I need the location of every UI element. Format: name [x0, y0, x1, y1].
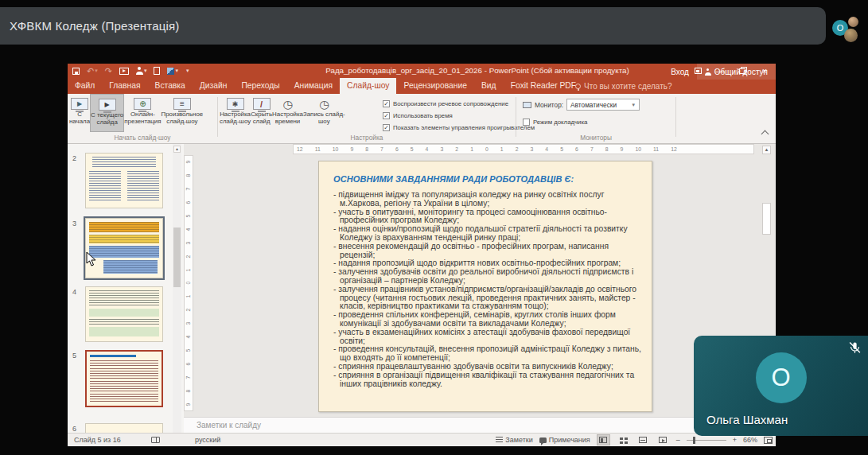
vertical-ruler: 9876543210123456789: [184, 155, 193, 411]
slide-thumbnail-pane: 2 3 4 5 6: [68, 144, 184, 433]
scrollbar-thumb[interactable]: [762, 203, 771, 235]
ruler-tick-label: 5: [186, 214, 192, 217]
thumbnail-scrollbar[interactable]: ▲: [173, 144, 181, 433]
collapse-ribbon-button[interactable]: [761, 130, 769, 138]
ribbon-tab[interactable]: Дизайн: [193, 78, 235, 94]
monitor-select[interactable]: Автоматически ▼: [566, 99, 640, 111]
slide-bullet: - залучення здобувачів освіти до реально…: [333, 268, 641, 286]
scroll-up-icon[interactable]: ▲: [173, 146, 181, 153]
slide-bullet: - участь в опитуванні, моніторингу та пр…: [333, 208, 641, 226]
participant-name: Ольга Шахман: [706, 413, 788, 426]
share-button[interactable]: Общий доступ: [697, 64, 776, 80]
slide-bullet: - надання оцінки/пропозицій щодо подальш…: [333, 225, 641, 243]
zoom-slider[interactable]: [687, 440, 726, 441]
slideshow-view-button[interactable]: [656, 434, 670, 445]
customize-qat-button[interactable]: ▾: [185, 66, 189, 76]
ruler-tick-label: 4: [545, 146, 548, 152]
slide-thumbnail-2[interactable]: [85, 153, 163, 208]
slide-sorter-button[interactable]: [617, 434, 630, 445]
ruler-tick-label: 2: [455, 146, 458, 152]
participant-video-tile[interactable]: O Ольга Шахман: [694, 336, 868, 436]
clock-icon: [279, 98, 297, 110]
sign-in-button[interactable]: Вход: [663, 68, 697, 76]
from-start-button[interactable]: С начала: [69, 94, 90, 132]
ribbon-tab[interactable]: Рецензирование: [396, 78, 474, 94]
ribbon-tab[interactable]: Переходы: [234, 78, 286, 94]
slide-number: 2: [72, 154, 76, 162]
zoom-level[interactable]: 66%: [743, 436, 757, 444]
presenter-button[interactable]: ▾: [136, 66, 147, 76]
zoom-out-button[interactable]: –: [676, 436, 680, 444]
fit-to-window-button[interactable]: [764, 437, 773, 444]
from-current-slide-button[interactable]: С текущего слайда: [90, 94, 124, 132]
tell-me-label: Что вы хотите сделать?: [584, 82, 672, 91]
slide-bullet-list: - підвищення іміджу та популяризація кол…: [333, 191, 641, 388]
start-slideshow-button[interactable]: [119, 68, 129, 75]
rehearse-timings-button[interactable]: Настройка времени: [272, 94, 303, 132]
setup-slideshow-button[interactable]: Настройка слайд-шоу: [220, 94, 251, 132]
slide-thumbnail-3-selected[interactable]: [85, 218, 163, 278]
comments-toggle-label: Примечания: [549, 436, 590, 444]
save-button[interactable]: [72, 68, 80, 75]
scrollbar-thumb[interactable]: [173, 228, 181, 287]
zoom-slider-thumb[interactable]: [693, 437, 695, 444]
slide-thumbnail-5-current[interactable]: [85, 350, 163, 407]
participants-cluster[interactable]: O: [829, 16, 868, 48]
ribbon-checkbox[interactable]: Использовать время: [383, 110, 535, 122]
ruler-tick-label: 12: [671, 146, 677, 152]
ruler-tick-label: 3: [186, 322, 192, 325]
ribbon-tab[interactable]: Анимация: [287, 78, 340, 94]
ribbon-tab[interactable]: Вид: [474, 78, 504, 94]
slide-number: 3: [72, 220, 76, 228]
custom-slideshow-button[interactable]: Произвольное слайд-шоу: [162, 94, 204, 132]
undo-button[interactable]: ↶▾: [87, 66, 98, 76]
ruler-tick-label: 11: [315, 146, 321, 152]
group-label: Мониторы: [518, 134, 674, 142]
new-file-button[interactable]: [154, 67, 160, 75]
participant-avatar[interactable]: [848, 17, 858, 27]
ribbon-tab[interactable]: Файл: [68, 78, 102, 94]
record-slideshow-button[interactable]: Запись слайд- шоу: [303, 94, 345, 132]
notes-toggle-button[interactable]: Заметки: [496, 436, 532, 444]
button-label: Запись слайд- шоу: [303, 111, 345, 125]
checkbox-label: Использовать время: [393, 112, 453, 119]
ruler-tick-label: 9: [621, 146, 624, 152]
checkbox-label: Режим докладчика: [533, 119, 587, 126]
ruler-tick-label: 4: [426, 146, 429, 152]
comments-toggle-button[interactable]: Примечания: [539, 436, 590, 444]
slide-thumbnail-4[interactable]: [85, 286, 163, 342]
ribbon-checkbox[interactable]: Воспроизвести речевое сопровождение: [383, 98, 535, 110]
group-label: Начать слайд-шоу: [69, 134, 216, 142]
zoom-in-button[interactable]: +: [733, 436, 737, 444]
meeting-title-bar: ХФВКМ Коледж (Презентація): [0, 7, 826, 45]
reading-view-button[interactable]: [636, 434, 650, 445]
presenter-view-checkbox[interactable]: Режим докладчика: [523, 116, 587, 128]
ruler-tick-label: 8: [186, 174, 192, 177]
tell-me-search[interactable]: Что вы хотите сделать?: [575, 82, 672, 91]
ribbon-group-monitors: Монитор: Автоматически ▼ Режим докладчик…: [518, 94, 674, 143]
theme-button[interactable]: ▾: [167, 66, 178, 76]
normal-view-button[interactable]: [597, 434, 610, 445]
ribbon-tab[interactable]: Слайд-шоу: [340, 78, 396, 94]
checkbox-label: Воспроизвести речевое сопровождение: [393, 100, 508, 107]
notes-panel[interactable]: Заметки к слайду: [184, 417, 776, 433]
slide-bullet: - сприяння в організації підвищення квал…: [333, 371, 641, 389]
ruler-tick-label: 2: [186, 309, 192, 312]
monitor-hide-icon: [253, 98, 271, 110]
slide-bullet: - залучення працівників установ/підприєм…: [333, 286, 641, 311]
redo-button[interactable]: ↷: [105, 66, 112, 76]
present-online-button[interactable]: Онлайн- презентация: [124, 94, 161, 132]
hide-slide-button[interactable]: Скрыть слайд: [251, 94, 272, 132]
slide-thumbnail-6[interactable]: [85, 423, 163, 433]
scroll-up-icon[interactable]: ▲: [762, 146, 771, 154]
slide-canvas[interactable]: ОСНОВНИМИ ЗАВДАННЯМИ РАДИ РОБОТОДАВЦІВ Є…: [318, 161, 652, 412]
ribbon: С начала С текущего слайда Онлайн- презе…: [68, 94, 776, 144]
ribbon-tab[interactable]: Вставка: [148, 78, 193, 94]
participant-avatar[interactable]: [844, 29, 858, 42]
spellcheck-icon[interactable]: [151, 437, 160, 443]
ribbon-tab[interactable]: Главная: [102, 78, 147, 94]
language-indicator[interactable]: русский: [195, 436, 220, 444]
ribbon-group-start-slideshow: С начала С текущего слайда Онлайн- презе…: [69, 94, 216, 143]
chevron-down-icon: ▾: [175, 66, 178, 76]
ribbon-checkbox[interactable]: Показать элементы управления проигрывате…: [383, 122, 535, 134]
